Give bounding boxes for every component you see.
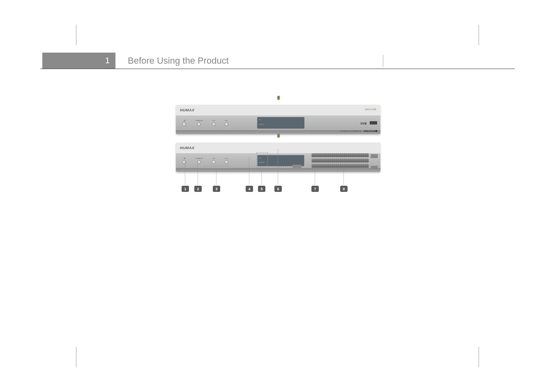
standby-icon: ⏻ bbox=[184, 157, 185, 159]
front-buttons: ⏻ TV/RADIO CH- CH+ bbox=[182, 120, 228, 126]
callout-3: 3 bbox=[213, 186, 220, 192]
front-buttons: ⏻ TV/RADIO CH- CH+ bbox=[182, 157, 228, 164]
callout-5: 5 bbox=[258, 186, 265, 192]
button-highlight bbox=[205, 166, 228, 169]
crop-mark bbox=[479, 25, 479, 45]
section-number: 1 bbox=[105, 56, 110, 65]
section-title: Before Using the Product bbox=[115, 53, 229, 69]
ci-slot-2 bbox=[311, 159, 369, 163]
device-diagram-container: HUMAX VACI-ACE ⏻ TV/RADIO CH- CH+ bbox=[176, 105, 380, 175]
crop-mark bbox=[76, 347, 76, 367]
ch-down-button: CH- bbox=[212, 120, 216, 126]
ch-up-button: CH+ bbox=[225, 157, 228, 164]
viaccess-logo: viaccess bbox=[364, 129, 375, 132]
standby-indicator bbox=[277, 134, 280, 138]
callout-numbers: 1 2 3 4 5 6 7 8 bbox=[176, 186, 380, 194]
crop-mark bbox=[479, 347, 479, 367]
section-header: 1 Before Using the Product bbox=[40, 53, 515, 69]
header-divider bbox=[383, 55, 383, 67]
crop-mark bbox=[76, 25, 76, 45]
standby-button: ⏻ bbox=[182, 157, 186, 164]
callout-6: 6 bbox=[274, 186, 282, 192]
tvradio-button: TV/RADIO bbox=[195, 120, 203, 126]
device-front-open: HUMAX ⏻ TV/RADIO CH- CH+ bbox=[176, 143, 380, 172]
device-front-closed: HUMAX VACI-ACE ⏻ TV/RADIO CH- CH+ bbox=[176, 105, 380, 134]
callout-1: 1 bbox=[182, 186, 189, 192]
callout-2: 2 bbox=[194, 186, 202, 192]
logos: DVB COMMON INTERFACE viaccess■ bbox=[340, 119, 377, 134]
ch-up-button: CH+ bbox=[225, 120, 228, 126]
ci-module bbox=[292, 165, 302, 168]
section-number-block: 1 bbox=[42, 53, 115, 69]
dvb-logo: DVB bbox=[361, 122, 367, 125]
callout-8: 8 bbox=[340, 186, 348, 192]
callout-4: 4 bbox=[246, 186, 253, 192]
ch-down-button: CH- bbox=[212, 157, 216, 164]
dolby-logo-icon bbox=[370, 121, 377, 125]
model-label: VACI-ACE bbox=[365, 108, 376, 111]
brand-label: HUMAX bbox=[180, 108, 195, 112]
callout-7: 7 bbox=[311, 186, 319, 192]
smartcard-slot bbox=[311, 164, 369, 168]
card-eject-1 bbox=[371, 154, 378, 158]
common-interface-label: COMMON INTERFACE bbox=[340, 130, 362, 132]
display-panel: TV RADIO bbox=[257, 117, 304, 129]
ci-slot-1 bbox=[311, 153, 369, 157]
card-slots bbox=[311, 153, 369, 171]
standby-button: ⏻ bbox=[182, 120, 186, 126]
standby-indicator bbox=[277, 96, 280, 100]
card-eject-2 bbox=[371, 166, 378, 170]
tvradio-button: TV/RADIO bbox=[195, 157, 203, 164]
standby-icon: ⏻ bbox=[184, 120, 185, 122]
brand-label: HUMAX bbox=[180, 146, 195, 150]
display-highlight bbox=[256, 152, 268, 168]
